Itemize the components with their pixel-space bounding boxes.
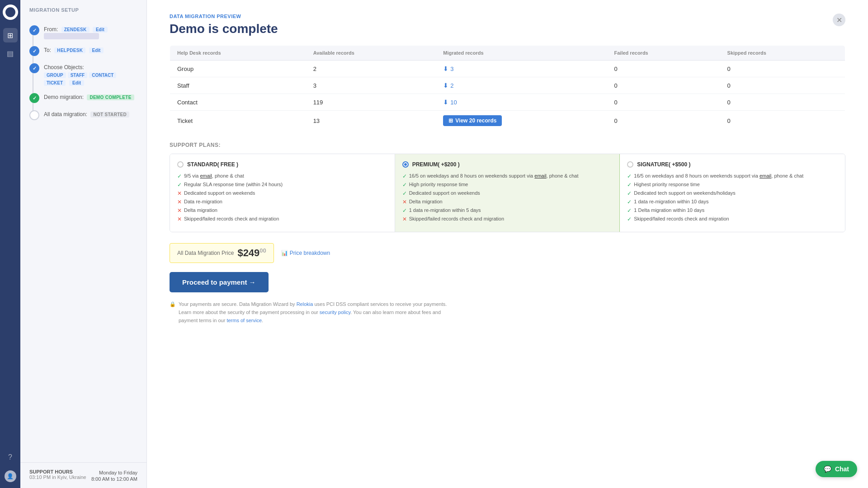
cross-icon: ✕ — [402, 216, 407, 222]
step-label-to: To: HELPDESK Edit — [44, 47, 137, 53]
check-icon: ✓ — [627, 182, 632, 188]
plan-features-standard: ✓9/5 via email, phone & chat ✓Regular SL… — [177, 173, 387, 222]
sidebar-icon-help[interactable]: ? — [3, 450, 18, 465]
security-note: 🔒 Your payments are secure. Data Migrati… — [170, 300, 459, 324]
step-list: ✓ From: ZENDESK Edit •••••••••••••••• ✓ … — [20, 17, 146, 462]
tag-staff: STAFF — [68, 72, 87, 78]
relokia-link[interactable]: Relokia — [297, 301, 313, 307]
check-icon: ✓ — [627, 173, 632, 179]
cross-icon: ✕ — [177, 216, 182, 222]
step-content-objects: Choose Objects: GROUP STAFF CONTACT TICK… — [44, 63, 137, 86]
plan-header-signature: SIGNATURE( +$500 ) — [627, 161, 838, 168]
row-failed-ticket: 0 — [607, 111, 720, 131]
feature-text: High priority response time — [409, 182, 468, 187]
row-available-contact: 119 — [306, 94, 436, 111]
step-to: ✓ To: HELPDESK Edit — [28, 42, 139, 60]
security-text-4: . — [262, 318, 263, 323]
lock-icon: 🔒 — [170, 300, 176, 309]
plan-card-premium[interactable]: PREMIUM( +$200 ) ✓16/5 on weekdays and 8… — [395, 154, 620, 232]
row-view-btn-cell: ⊞ View 20 records — [436, 111, 607, 131]
row-failed-group: 0 — [607, 61, 720, 77]
badge-zendesk: ZENDESK — [61, 27, 90, 33]
view-records-button[interactable]: ⊞ View 20 records — [443, 115, 502, 126]
edit-to-btn[interactable]: Edit — [89, 47, 104, 53]
check-icon: ✓ — [402, 190, 407, 197]
feature-text: Delta migration — [409, 199, 443, 204]
row-skipped-contact: 0 — [720, 94, 845, 111]
col-skipped: Skipped records — [720, 46, 845, 61]
chat-icon: 💬 — [824, 465, 831, 473]
row-name-staff: Staff — [170, 77, 306, 94]
feature-text: Regular SLA response time (within 24 hou… — [184, 182, 283, 187]
feature-text: Skipped/failed records check and migrati… — [409, 216, 504, 221]
step-circle-objects: ✓ — [29, 63, 39, 73]
plan-feature: ✓1 data re-migration within 10 days — [627, 199, 838, 205]
badge-helpdesk: HELPDESK — [54, 47, 85, 53]
step-label-from: From: ZENDESK Edit — [44, 26, 137, 33]
row-skipped-staff: 0 — [720, 77, 845, 94]
edit-from-btn[interactable]: Edit — [93, 27, 108, 33]
tag-group: GROUP — [44, 72, 66, 78]
terms-of-service-link[interactable]: terms of service — [226, 318, 262, 323]
table-row: Ticket 13 ⊞ View 20 records 0 0 — [170, 111, 845, 131]
close-button[interactable]: ✕ — [833, 14, 845, 26]
badge-demo-complete: DEMO COMPLETE — [87, 94, 134, 100]
plan-features-premium: ✓16/5 on weekdays and 8 hours on weekend… — [402, 173, 613, 222]
chart-icon: 📊 — [281, 250, 288, 256]
chat-button[interactable]: 💬 Chat — [816, 461, 857, 477]
edit-objects-btn[interactable]: Edit — [69, 80, 84, 86]
plan-header-standard: STANDARD( FREE ) — [177, 161, 387, 168]
plan-card-signature[interactable]: SIGNATURE( +$500 ) ✓16/5 on weekdays and… — [620, 154, 845, 232]
plan-feature: ✕Delta migration — [402, 199, 613, 205]
plan-radio-signature[interactable] — [627, 161, 633, 168]
feature-text: 16/5 on weekdays and 8 hours on weekends… — [409, 173, 579, 178]
row-name-group: Group — [170, 61, 306, 77]
plans-section: SUPPORT PLANS: STANDARD( FREE ) ✓9/5 via… — [170, 142, 845, 232]
row-name-contact: Contact — [170, 94, 306, 111]
step-circle-to: ✓ — [29, 46, 39, 56]
plan-name-signature: SIGNATURE( +$500 ) — [637, 161, 690, 168]
step-demo: ✓ Demo migration: DEMO COMPLETE — [28, 89, 139, 107]
col-available: Available records — [306, 46, 436, 61]
row-failed-staff: 0 — [607, 77, 720, 94]
step-label-all: All data migration: NOT STARTED — [44, 111, 137, 117]
feature-text: Highest priority response time — [634, 182, 700, 187]
page-title: Demo is complete — [170, 22, 845, 36]
feature-text: Dedicated support on weekends — [184, 190, 255, 196]
plan-feature: ✓Regular SLA response time (within 24 ho… — [177, 182, 387, 188]
step-circle-all — [29, 110, 39, 120]
content-wrapper: ✕ DATA MIGRATION PREVIEW Demo is complet… — [170, 14, 845, 324]
plans-label: SUPPORT PLANS: — [170, 142, 845, 148]
row-skipped-group: 0 — [720, 61, 845, 77]
check-icon: ✓ — [627, 190, 632, 197]
plan-feature: ✕Skipped/failed records check and migrat… — [402, 216, 613, 222]
cross-icon: ✕ — [177, 199, 182, 205]
step-circle-from: ✓ — [29, 25, 39, 35]
feature-text: Dedicated tech support on weekends/holid… — [634, 190, 735, 196]
col-failed: Failed records — [607, 46, 720, 61]
check-icon: ✓ — [402, 173, 407, 179]
sidebar-icon-dashboard[interactable]: ⊞ — [3, 28, 18, 42]
migration-table: Help Desk records Available records Migr… — [170, 45, 845, 131]
price-breakdown-link[interactable]: 📊 Price breakdown — [281, 250, 330, 256]
row-available-group: 2 — [306, 61, 436, 77]
sidebar-icon-user[interactable]: 👤 — [3, 469, 18, 483]
row-migrated-group: ⬇3 — [436, 61, 607, 77]
table-row: Staff 3 ⬇2 0 0 — [170, 77, 845, 94]
content-area: ✕ DATA MIGRATION PREVIEW Demo is complet… — [147, 0, 868, 488]
row-migrated-contact: ⬇10 — [436, 94, 607, 111]
plan-radio-standard[interactable] — [177, 161, 184, 168]
check-icon: ✓ — [177, 182, 182, 188]
plan-radio-premium[interactable] — [402, 161, 409, 168]
feature-text: Skipped/failed records check and migrati… — [184, 216, 279, 221]
security-policy-link[interactable]: security policy — [320, 310, 350, 315]
plan-card-standard[interactable]: STANDARD( FREE ) ✓9/5 via email, phone &… — [170, 154, 395, 232]
step-label-objects: Choose Objects: — [44, 64, 137, 70]
row-available-staff: 3 — [306, 77, 436, 94]
row-migrated-staff: ⬇2 — [436, 77, 607, 94]
proceed-to-payment-button[interactable]: Proceed to payment → — [170, 272, 269, 292]
sidebar-icon-grid[interactable]: ▤ — [3, 46, 18, 61]
step-tags-objects: GROUP STAFF CONTACT TICKET Edit — [44, 72, 137, 86]
feature-text: Skipped/failed records check and migrati… — [634, 216, 729, 221]
tag-contact: CONTACT — [89, 72, 116, 78]
